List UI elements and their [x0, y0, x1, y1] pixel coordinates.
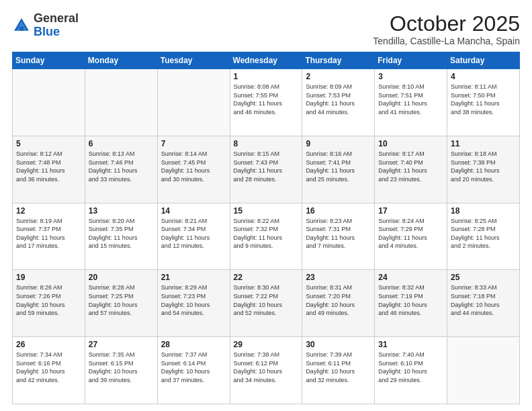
calendar-cell: 12Sunrise: 8:19 AM Sunset: 7:37 PM Dayli… — [13, 203, 85, 270]
day-number: 28 — [161, 340, 226, 349]
calendar-header-thursday: Thursday — [302, 52, 375, 69]
calendar-week-2: 5Sunrise: 8:12 AM Sunset: 7:48 PM Daylig… — [13, 136, 520, 203]
day-info: Sunrise: 8:18 AM Sunset: 7:38 PM Dayligh… — [451, 150, 516, 183]
calendar-cell: 19Sunrise: 8:26 AM Sunset: 7:26 PM Dayli… — [13, 270, 85, 337]
day-info: Sunrise: 8:13 AM Sunset: 7:46 PM Dayligh… — [89, 150, 154, 183]
logo-icon — [12, 16, 31, 35]
day-number: 25 — [451, 273, 516, 282]
day-info: Sunrise: 8:31 AM Sunset: 7:20 PM Dayligh… — [306, 283, 371, 317]
day-number: 30 — [306, 340, 371, 349]
calendar-cell: 2Sunrise: 8:09 AM Sunset: 7:53 PM Daylig… — [302, 69, 375, 136]
location-subtitle: Tendilla, Castille-La Mancha, Spain — [373, 36, 520, 46]
calendar-cell: 1Sunrise: 8:08 AM Sunset: 7:55 PM Daylig… — [230, 69, 302, 136]
day-info: Sunrise: 8:11 AM Sunset: 7:50 PM Dayligh… — [451, 83, 516, 116]
day-info: Sunrise: 8:19 AM Sunset: 7:37 PM Dayligh… — [16, 217, 81, 250]
svg-rect-2 — [19, 26, 24, 30]
calendar-header-sunday: Sunday — [13, 52, 85, 69]
calendar-cell: 7Sunrise: 8:14 AM Sunset: 7:45 PM Daylig… — [157, 136, 230, 203]
calendar-cell: 4Sunrise: 8:11 AM Sunset: 7:50 PM Daylig… — [447, 69, 520, 136]
day-info: Sunrise: 7:39 AM Sunset: 6:11 PM Dayligh… — [306, 351, 371, 384]
day-info: Sunrise: 8:12 AM Sunset: 7:48 PM Dayligh… — [16, 150, 81, 183]
day-number: 27 — [89, 340, 154, 349]
day-number: 20 — [89, 273, 154, 282]
calendar-cell: 14Sunrise: 8:21 AM Sunset: 7:34 PM Dayli… — [157, 203, 230, 270]
day-info: Sunrise: 8:33 AM Sunset: 7:18 PM Dayligh… — [451, 283, 516, 317]
day-number: 19 — [16, 273, 81, 282]
day-number: 23 — [306, 273, 371, 282]
logo-general: General — [34, 11, 79, 25]
day-info: Sunrise: 8:21 AM Sunset: 7:34 PM Dayligh… — [161, 217, 226, 250]
calendar-cell: 30Sunrise: 7:39 AM Sunset: 6:11 PM Dayli… — [302, 337, 375, 404]
day-number: 5 — [16, 139, 81, 148]
title-block: October 2025 Tendilla, Castille-La Manch… — [373, 12, 520, 46]
calendar-header-monday: Monday — [85, 52, 157, 69]
calendar-cell — [13, 69, 85, 136]
calendar-cell: 9Sunrise: 8:16 AM Sunset: 7:41 PM Daylig… — [302, 136, 375, 203]
day-info: Sunrise: 8:17 AM Sunset: 7:40 PM Dayligh… — [378, 150, 443, 183]
day-info: Sunrise: 8:28 AM Sunset: 7:25 PM Dayligh… — [89, 283, 154, 317]
day-number: 24 — [378, 273, 443, 282]
day-number: 12 — [16, 206, 81, 216]
page: General Blue October 2025 Tendilla, Cast… — [0, 0, 532, 411]
calendar-cell: 18Sunrise: 8:25 AM Sunset: 7:28 PM Dayli… — [447, 203, 520, 270]
day-info: Sunrise: 8:22 AM Sunset: 7:32 PM Dayligh… — [234, 217, 299, 250]
day-number: 7 — [161, 139, 226, 148]
day-number: 1 — [234, 72, 299, 81]
day-info: Sunrise: 7:40 AM Sunset: 6:10 PM Dayligh… — [378, 351, 443, 384]
day-info: Sunrise: 7:35 AM Sunset: 6:15 PM Dayligh… — [89, 351, 154, 384]
calendar-cell: 20Sunrise: 8:28 AM Sunset: 7:25 PM Dayli… — [85, 270, 157, 337]
day-number: 10 — [378, 139, 443, 148]
day-number: 31 — [378, 340, 443, 349]
calendar-header-saturday: Saturday — [447, 52, 520, 69]
month-title: October 2025 — [373, 12, 520, 36]
day-info: Sunrise: 8:08 AM Sunset: 7:55 PM Dayligh… — [234, 83, 299, 116]
day-number: 22 — [234, 273, 299, 282]
day-info: Sunrise: 8:14 AM Sunset: 7:45 PM Dayligh… — [161, 150, 226, 183]
logo-blue: Blue — [34, 25, 60, 38]
calendar-cell: 21Sunrise: 8:29 AM Sunset: 7:23 PM Dayli… — [157, 270, 230, 337]
calendar-header-wednesday: Wednesday — [230, 52, 302, 69]
calendar-cell: 26Sunrise: 7:34 AM Sunset: 6:16 PM Dayli… — [13, 337, 85, 404]
calendar-header-friday: Friday — [375, 52, 447, 69]
calendar-week-5: 26Sunrise: 7:34 AM Sunset: 6:16 PM Dayli… — [13, 337, 520, 404]
day-number: 6 — [89, 139, 154, 148]
day-info: Sunrise: 8:25 AM Sunset: 7:28 PM Dayligh… — [451, 217, 516, 250]
day-info: Sunrise: 8:29 AM Sunset: 7:23 PM Dayligh… — [161, 283, 226, 317]
day-number: 8 — [234, 139, 299, 148]
logo-text: General Blue — [34, 12, 79, 39]
day-number: 13 — [89, 206, 154, 216]
day-number: 26 — [16, 340, 81, 349]
day-number: 17 — [378, 206, 443, 216]
day-info: Sunrise: 8:26 AM Sunset: 7:26 PM Dayligh… — [16, 283, 81, 317]
calendar-cell: 11Sunrise: 8:18 AM Sunset: 7:38 PM Dayli… — [447, 136, 520, 203]
calendar-cell — [85, 69, 157, 136]
calendar-cell: 29Sunrise: 7:38 AM Sunset: 6:12 PM Dayli… — [230, 337, 302, 404]
calendar-cell: 15Sunrise: 8:22 AM Sunset: 7:32 PM Dayli… — [230, 203, 302, 270]
day-number: 3 — [378, 72, 443, 81]
day-number: 16 — [306, 206, 371, 216]
day-number: 15 — [234, 206, 299, 216]
day-number: 14 — [161, 206, 226, 216]
calendar-week-3: 12Sunrise: 8:19 AM Sunset: 7:37 PM Dayli… — [13, 203, 520, 270]
calendar-cell: 8Sunrise: 8:15 AM Sunset: 7:43 PM Daylig… — [230, 136, 302, 203]
day-info: Sunrise: 8:20 AM Sunset: 7:35 PM Dayligh… — [89, 217, 154, 250]
day-info: Sunrise: 8:30 AM Sunset: 7:22 PM Dayligh… — [234, 283, 299, 317]
day-info: Sunrise: 7:37 AM Sunset: 6:14 PM Dayligh… — [161, 351, 226, 384]
calendar-cell: 23Sunrise: 8:31 AM Sunset: 7:20 PM Dayli… — [302, 270, 375, 337]
calendar-cell: 31Sunrise: 7:40 AM Sunset: 6:10 PM Dayli… — [375, 337, 447, 404]
calendar-cell: 13Sunrise: 8:20 AM Sunset: 7:35 PM Dayli… — [85, 203, 157, 270]
day-info: Sunrise: 8:32 AM Sunset: 7:19 PM Dayligh… — [378, 283, 443, 317]
day-number: 11 — [451, 139, 516, 148]
day-number: 4 — [451, 72, 516, 81]
calendar-cell: 24Sunrise: 8:32 AM Sunset: 7:19 PM Dayli… — [375, 270, 447, 337]
calendar-week-1: 1Sunrise: 8:08 AM Sunset: 7:55 PM Daylig… — [13, 69, 520, 136]
day-number: 9 — [306, 139, 371, 148]
day-info: Sunrise: 7:38 AM Sunset: 6:12 PM Dayligh… — [234, 351, 299, 384]
day-info: Sunrise: 8:15 AM Sunset: 7:43 PM Dayligh… — [234, 150, 299, 183]
calendar-cell: 3Sunrise: 8:10 AM Sunset: 7:51 PM Daylig… — [375, 69, 447, 136]
day-info: Sunrise: 8:16 AM Sunset: 7:41 PM Dayligh… — [306, 150, 371, 183]
calendar-header-row: SundayMondayTuesdayWednesdayThursdayFrid… — [13, 52, 520, 69]
day-number: 2 — [306, 72, 371, 81]
calendar-week-4: 19Sunrise: 8:26 AM Sunset: 7:26 PM Dayli… — [13, 270, 520, 337]
calendar-cell: 5Sunrise: 8:12 AM Sunset: 7:48 PM Daylig… — [13, 136, 85, 203]
